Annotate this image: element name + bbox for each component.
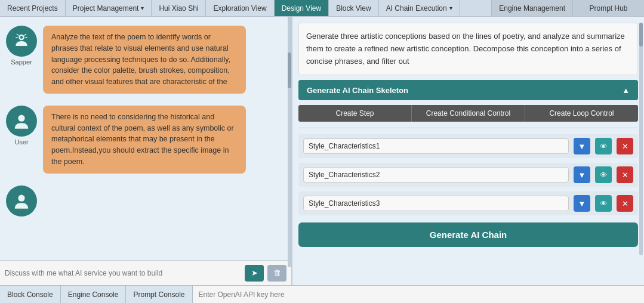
close-icon-2: ✕ [622, 171, 628, 180]
right-panel: Generate three artistic conceptions base… [292, 17, 644, 285]
svg-point-6 [18, 115, 24, 121]
message-bubble-sapper: Analyze the text of the poem to identify… [43, 26, 246, 94]
step-close-btn-2[interactable]: ✕ [617, 166, 633, 183]
step-row-3: ▼ 👁 ✕ [298, 191, 638, 215]
tab-recent-projects[interactable]: Recent Projects [0, 0, 66, 16]
bottom-tab-prompt-console[interactable]: Prompt Console [126, 286, 192, 303]
bottom-tab-block-console[interactable]: Block Console [0, 286, 61, 303]
bottom-bar: Block Console Engine Console Prompt Cons… [0, 285, 644, 303]
step-dropdown-btn-3[interactable]: ▼ [574, 195, 590, 212]
dropdown-arrow-2: ▾ [449, 5, 452, 11]
chat-area: Sapper Analyze the text of the poem to i… [0, 17, 291, 260]
chevron-up-icon: ▲ [622, 86, 630, 95]
close-icon-3: ✕ [622, 199, 628, 208]
create-loop-button[interactable]: Create Loop Control [525, 105, 638, 122]
avatar-wrap-partial [6, 185, 37, 217]
create-step-button[interactable]: Create Step [298, 105, 412, 122]
step-dropdown-btn-2[interactable]: ▼ [574, 166, 590, 183]
chat-message-user: User There is no need to considering the… [6, 106, 285, 174]
chat-input-bar: ➤ 🗑 [0, 260, 291, 285]
generate-skeleton-button[interactable]: Generate AI Chain Skeleton ▲ [298, 80, 638, 100]
eye-icon-1: 👁 [600, 142, 608, 151]
step-eye-btn-1[interactable]: 👁 [595, 138, 612, 154]
step-row-2: ▼ 👁 ✕ [298, 163, 638, 187]
step-dropdown-btn-1[interactable]: ▼ [574, 138, 590, 154]
tab-hui-xiao-shi[interactable]: Hui Xiao Shi [152, 0, 206, 16]
step-eye-btn-2[interactable]: 👁 [595, 166, 612, 183]
step-input-2[interactable] [303, 167, 569, 183]
prompt-text: Generate three artistic conceptions base… [298, 23, 638, 75]
nav-right: Engine Management Prompt Hub [491, 0, 644, 16]
sapper-label: Sapper [11, 58, 32, 66]
main-content: Sapper Analyze the text of the poem to i… [0, 17, 644, 285]
send-button[interactable]: ➤ [245, 265, 264, 282]
top-nav: Recent Projects Project Management ▾ Hui… [0, 0, 644, 17]
avatar-wrap-sapper: Sapper [6, 26, 37, 66]
api-key-input[interactable] [193, 286, 645, 303]
tab-design-view[interactable]: Design View [275, 0, 329, 16]
step-row-1: ▼ 👁 ✕ [298, 134, 638, 158]
bottom-tab-engine-console[interactable]: Engine Console [61, 286, 127, 303]
tab-engine-management[interactable]: Engine Management [491, 0, 572, 16]
tab-ai-chain-execution[interactable]: AI Chain Execution ▾ [379, 0, 460, 16]
eye-icon-3: 👁 [600, 199, 608, 208]
generate-chain-button[interactable]: Generate AI Chain [298, 222, 638, 247]
avatar-sapper [6, 26, 37, 57]
avatar-wrap-user: User [6, 106, 37, 146]
send-icon: ➤ [251, 268, 258, 277]
tab-exploration-view[interactable]: Exploration View [206, 0, 274, 16]
chevron-down-icon-2: ▼ [578, 171, 586, 180]
right-scroll-thumb [639, 23, 643, 47]
message-bubble-user: There is no need to considering the hist… [43, 106, 246, 174]
step-eye-btn-3[interactable]: 👁 [595, 195, 612, 212]
tab-project-management[interactable]: Project Management ▾ [66, 0, 152, 16]
avatar-partial [6, 185, 37, 217]
chat-message-sapper: Sapper Analyze the text of the poem to i… [6, 26, 285, 94]
tab-prompt-hub[interactable]: Prompt Hub [572, 0, 644, 16]
dropdown-arrow: ▾ [141, 5, 144, 11]
create-conditional-button[interactable]: Create Conditional Control [412, 105, 525, 122]
svg-point-7 [18, 194, 24, 201]
chat-input[interactable] [5, 269, 241, 277]
avatar-user [6, 106, 37, 137]
left-scroll-thumb [288, 52, 291, 88]
svg-point-1 [20, 36, 23, 39]
tab-block-view[interactable]: Block View [329, 0, 378, 16]
chevron-down-icon-3: ▼ [578, 199, 586, 208]
clear-button[interactable]: 🗑 [267, 265, 286, 282]
generate-skeleton-label: Generate AI Chain Skeleton [307, 86, 408, 95]
step-close-btn-3[interactable]: ✕ [617, 195, 633, 212]
left-panel: Sapper Analyze the text of the poem to i… [0, 17, 292, 285]
close-icon-1: ✕ [622, 142, 628, 151]
step-input-1[interactable] [303, 138, 569, 154]
trash-icon: 🗑 [273, 268, 281, 277]
chevron-down-icon-1: ▼ [578, 142, 586, 151]
step-input-3[interactable] [303, 196, 569, 211]
left-scrollbar[interactable] [288, 17, 291, 267]
divider-1 [298, 128, 638, 128]
chat-message-partial [6, 185, 285, 217]
user-label: User [14, 138, 28, 146]
svg-line-3 [24, 34, 26, 35]
control-buttons: Create Step Create Conditional Control C… [298, 105, 638, 122]
right-scrollbar[interactable] [639, 23, 643, 255]
svg-line-2 [17, 34, 19, 35]
nav-left: Recent Projects Project Management ▾ Hui… [0, 0, 491, 16]
step-close-btn-1[interactable]: ✕ [617, 138, 633, 154]
eye-icon-2: 👁 [600, 171, 608, 180]
